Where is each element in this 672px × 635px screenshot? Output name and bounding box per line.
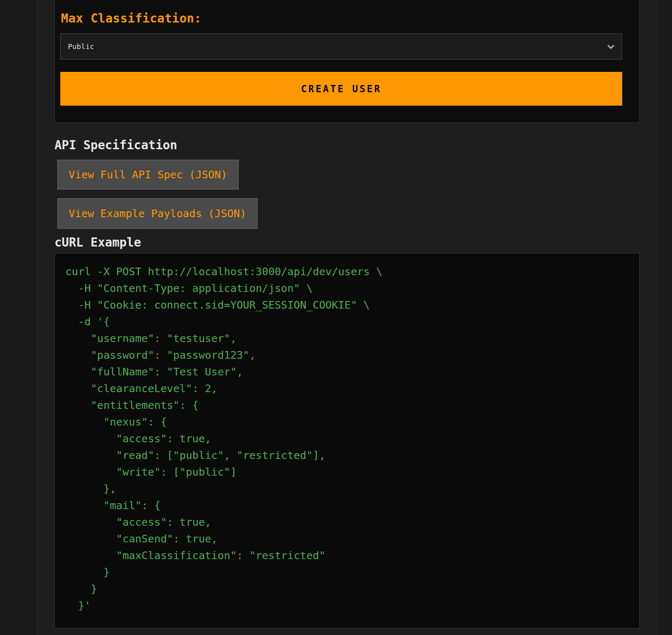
max-classification-selected-value: Public — [68, 42, 94, 51]
left-column-divider — [37, 0, 37, 635]
view-full-api-spec-button[interactable]: View Full API Spec (JSON) — [57, 160, 239, 190]
create-user-button[interactable]: CREATE USER — [60, 72, 622, 106]
right-column-divider — [657, 0, 658, 635]
curl-example-heading: cURL Example — [54, 235, 141, 250]
max-classification-select[interactable]: Public — [60, 33, 622, 60]
chevron-down-icon — [607, 42, 614, 49]
dev-tools-page: { "theme": { "accent_orange": "#ff9800",… — [0, 0, 672, 635]
curl-example-code-block[interactable]: curl -X POST http://localhost:3000/api/d… — [54, 253, 640, 628]
api-specification-heading: API Specification — [54, 138, 177, 152]
main-content-column: Max Classification: Public CREATE USER A… — [37, 0, 657, 635]
view-example-payloads-button[interactable]: View Example Payloads (JSON) — [57, 198, 258, 229]
max-classification-label: Max Classification: — [61, 11, 202, 25]
create-user-form-card: Max Classification: Public CREATE USER — [54, 0, 640, 123]
